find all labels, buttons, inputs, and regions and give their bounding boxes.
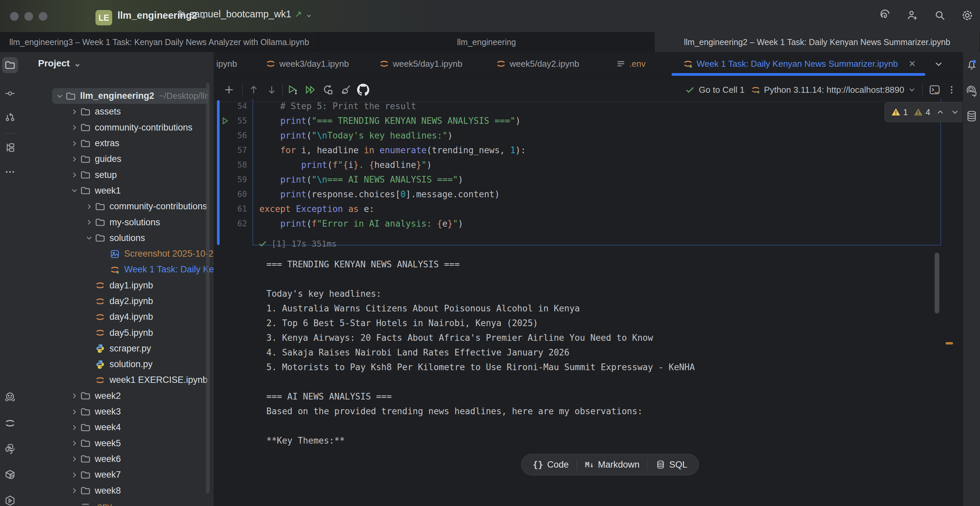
code-with-me-icon[interactable]: [905, 7, 921, 23]
chevron-right-icon[interactable]: [69, 391, 80, 400]
clear-outputs-button[interactable]: [338, 82, 354, 98]
tree-item-week1-exercise-ipynb[interactable]: week1 EXERCISE.ipynb: [20, 372, 214, 388]
chevron-down-icon[interactable]: [55, 92, 65, 100]
branch-switcher[interactable]: samuel_bootcamp_wk1 ↗ ⌄: [176, 9, 312, 20]
tree-item-day4-ipynb[interactable]: day4.ipynb: [20, 309, 214, 325]
window-controls[interactable]: [10, 12, 48, 21]
tree-item-env[interactable]: .env: [20, 499, 214, 506]
add-code-cell-button[interactable]: {} Code: [525, 454, 577, 475]
project-panel-header[interactable]: Project ⌄: [38, 58, 81, 69]
run-targets-tool-button[interactable]: [2, 493, 18, 506]
tree-item-week7[interactable]: week7: [20, 467, 214, 483]
editor-tab-week3-day1-ipynb[interactable]: week3/day1.ipynb: [266, 52, 349, 75]
chevron-right-icon[interactable]: [69, 139, 80, 148]
project-tool-button[interactable]: [2, 57, 18, 73]
python-packages-tool-button[interactable]: [2, 467, 18, 483]
python-console-tool-button[interactable]: [2, 441, 18, 457]
jupyter-tool-button[interactable]: [2, 415, 18, 431]
chevron-right-icon[interactable]: [69, 155, 80, 164]
kebab-menu-icon[interactable]: [947, 85, 957, 95]
minimize-window-button[interactable]: [24, 12, 33, 21]
tree-item-week8[interactable]: week8: [20, 483, 214, 498]
editor-tab-week5-day2-ipynb[interactable]: week5/day2.ipynb: [496, 52, 579, 75]
move-cell-up-button[interactable]: [246, 82, 262, 98]
editor-tab-week-1-task-daily-kenyan-news-summarizer-ipynb[interactable]: Week 1 Task: Daily Kenyan News Summarize…: [682, 52, 916, 75]
tree-item-community-contributions[interactable]: community-contributions: [20, 199, 214, 214]
add-cell-button[interactable]: [221, 82, 237, 98]
editor-scrollbar-thumb[interactable]: [935, 253, 939, 313]
ai-chat-tool-button[interactable]: [964, 84, 979, 99]
editor-tab-env[interactable]: .env: [616, 52, 646, 75]
notifications-bell-icon[interactable]: [964, 57, 979, 72]
next-problem-icon[interactable]: [950, 107, 959, 117]
editor-tab-ipynb[interactable]: ipynb: [216, 52, 237, 75]
goto-cell-status[interactable]: Go to Cell 1: [685, 85, 745, 95]
tree-item-guides[interactable]: guides: [20, 151, 214, 167]
restart-kernel-button[interactable]: [320, 82, 336, 98]
chevron-right-icon[interactable]: [69, 439, 80, 447]
add-sql-cell-button[interactable]: SQL: [648, 454, 695, 475]
chevron-right-icon[interactable]: [69, 407, 80, 416]
tree-item-solution-py[interactable]: solution.py: [20, 356, 214, 372]
window-tab-llm-engineering[interactable]: llm_engineering: [319, 32, 655, 52]
inspections-widget[interactable]: 1 4: [885, 102, 966, 122]
move-cell-down-button[interactable]: [264, 82, 280, 98]
more-tools-button[interactable]: [2, 164, 18, 180]
chevron-down-icon[interactable]: [84, 234, 94, 242]
weak-warnings-count[interactable]: 4: [913, 107, 930, 117]
tab-list-chevron-icon[interactable]: [933, 59, 944, 69]
window-tab-llm-engineering3-week-1-task-kenyan-dail[interactable]: llm_engineering3 – Week 1 Task: Kenyan D…: [0, 32, 319, 52]
run-all-cells-button[interactable]: [302, 82, 318, 98]
tree-item-week5[interactable]: week5: [20, 436, 214, 451]
project-tree-scrollbar[interactable]: [206, 83, 210, 493]
tree-item-week3[interactable]: week3: [20, 404, 214, 420]
tree-item-week4[interactable]: week4: [20, 420, 214, 435]
hugging-face-tool-button[interactable]: [2, 389, 18, 405]
prev-problem-icon[interactable]: [935, 107, 945, 117]
chevron-right-icon[interactable]: [84, 202, 94, 211]
search-icon[interactable]: [932, 7, 948, 23]
close-tab-icon[interactable]: ✕: [908, 59, 916, 69]
warnings-count[interactable]: 1: [891, 107, 908, 117]
tree-item-my-solutions[interactable]: my-solutions: [20, 214, 214, 230]
tree-item-screenshot-2025-10-24-at[interactable]: Screenshot 2025-10-24 at: [20, 246, 214, 262]
tree-item-assets[interactable]: assets: [20, 104, 214, 119]
tree-item-week6[interactable]: week6: [20, 451, 214, 467]
tree-item-week-1-task-daily-kenyan[interactable]: Week 1 Task: Daily Kenyan: [20, 262, 214, 277]
ai-assistant-icon[interactable]: [877, 7, 893, 23]
chevron-right-icon[interactable]: [69, 107, 80, 116]
tree-item-scraper-py[interactable]: scraper.py: [20, 341, 214, 356]
run-cell-button[interactable]: [285, 82, 301, 98]
structure-tool-button[interactable]: [2, 140, 18, 156]
tree-item-day2-ipynb[interactable]: day2.ipynb: [20, 293, 214, 309]
kernel-selector[interactable]: Python 3.11.14: http://localhost:8890: [751, 85, 916, 95]
database-tool-button[interactable]: [964, 109, 979, 124]
add-markdown-cell-button[interactable]: M↓ Markdown: [577, 454, 648, 475]
tree-item-week2[interactable]: week2: [20, 388, 214, 404]
chevron-down-icon[interactable]: [69, 186, 80, 195]
chevron-right-icon[interactable]: [84, 218, 94, 227]
pull-requests-tool-button[interactable]: [2, 109, 18, 125]
tree-item-community-contributions[interactable]: community-contributions: [20, 120, 214, 135]
settings-gear-icon[interactable]: [959, 7, 975, 23]
chevron-right-icon[interactable]: [69, 455, 80, 463]
maximize-window-button[interactable]: [39, 12, 48, 21]
tree-item-solutions[interactable]: solutions: [20, 230, 214, 246]
window-tab-llm-engineering2-week-1-task-daily-kenya[interactable]: llm_engineering2 – Week 1 Task: Daily Ke…: [655, 32, 980, 52]
chevron-right-icon[interactable]: [69, 123, 80, 132]
commit-tool-button[interactable]: [2, 86, 18, 102]
tree-item-setup[interactable]: setup: [20, 167, 214, 183]
github-icon[interactable]: [355, 82, 371, 98]
tree-item-day5-ipynb[interactable]: day5.ipynb: [20, 325, 214, 341]
chevron-right-icon[interactable]: [69, 170, 80, 179]
tree-item-extras[interactable]: extras: [20, 135, 214, 151]
tree-item-week1[interactable]: week1: [20, 183, 214, 199]
close-window-button[interactable]: [10, 12, 19, 21]
chevron-right-icon[interactable]: [69, 423, 80, 432]
tree-item-llm-engineering2[interactable]: llm_engineering2~/Desktop/llm_er: [52, 88, 208, 104]
chevron-right-icon[interactable]: [69, 471, 80, 479]
run-line-icon[interactable]: [221, 113, 231, 128]
chevron-right-icon[interactable]: [69, 486, 80, 495]
error-stripe-warning-mark[interactable]: [946, 342, 953, 344]
tree-item-day1-ipynb[interactable]: day1.ipynb: [20, 278, 214, 293]
